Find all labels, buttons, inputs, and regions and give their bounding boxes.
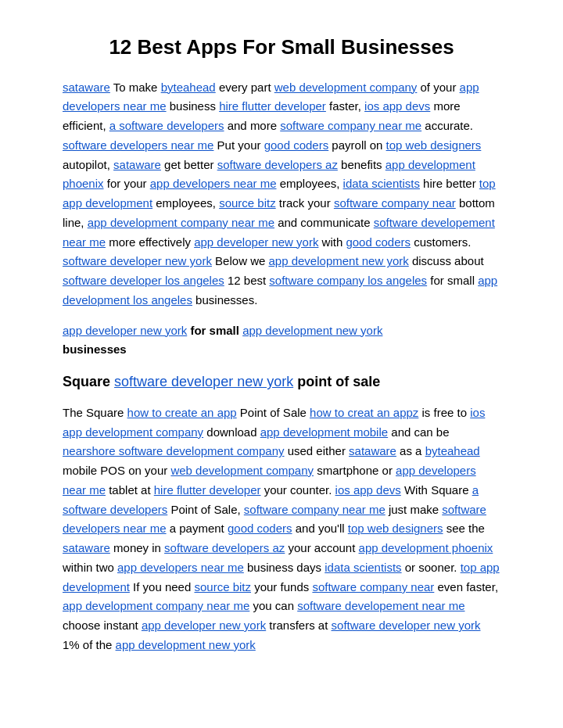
link-web-dev-company[interactable]: web development company [274, 81, 418, 94]
link-app-dev-company-near-me-2[interactable]: app development company near me [63, 599, 249, 612]
link-top-web-designers[interactable]: top web designers [386, 138, 482, 152]
square-heading: Square software developer new york point… [63, 371, 500, 394]
link-top-web-designers-2[interactable]: top web designers [348, 522, 443, 535]
link-app-developer-new-york-2[interactable]: app developer new york [63, 324, 187, 337]
link-software-company-near-me-1[interactable]: software company near me [280, 119, 421, 132]
link-app-dev-company-near-me-1[interactable]: app development company near me [88, 216, 274, 229]
link-software-developement-near-me-2[interactable]: software developement near me [297, 599, 464, 612]
link-app-dev-new-york-2[interactable]: app development new york [242, 324, 382, 337]
link-software-company-near-1[interactable]: software company near [334, 196, 456, 210]
link-software-developer-new-york-3[interactable]: software developer new york [332, 619, 481, 632]
link-web-dev-company-2[interactable]: web development company [170, 464, 314, 477]
intro-paragraph: sataware To make byteahead every part we… [63, 78, 500, 310]
link-how-to-creat-appz[interactable]: how to creat an appz [310, 406, 418, 419]
link-app-developer-new-york-1[interactable]: app developer new york [194, 235, 318, 249]
link-hire-flutter[interactable]: hire flutter developer [219, 99, 326, 113]
link-app-dev-phoenix-2[interactable]: app development phoenix [359, 541, 493, 554]
page-title: 12 Best Apps For Small Businesses [63, 31, 500, 64]
bold-businesses: businesses [63, 342, 127, 356]
link-ios-app-devs-1[interactable]: ios app devs [364, 99, 430, 113]
link-source-bitz-2[interactable]: source bitz [194, 580, 251, 594]
link-app-dev-new-york-3[interactable]: app development new york [116, 638, 256, 651]
link-software-developer-la[interactable]: software developer los angeles [63, 274, 224, 287]
link-app-dev-mobile[interactable]: app development mobile [260, 425, 388, 439]
link-sataware-2[interactable]: sataware [113, 158, 161, 171]
link-software-devs-az-2[interactable]: software developers az [164, 541, 285, 554]
link-software-company-near-2[interactable]: software company near [312, 580, 434, 594]
link-good-coders-3[interactable]: good coders [228, 522, 292, 535]
link-sataware-1[interactable]: sataware [63, 81, 110, 94]
link-how-to-create-app[interactable]: how to create an app [127, 406, 237, 419]
link-good-coders-1[interactable]: good coders [264, 138, 329, 152]
link-good-coders-2[interactable]: good coders [346, 235, 411, 249]
link-idata-scientists-1[interactable]: idata scientists [343, 177, 420, 190]
body-paragraph: The Square how to create an app Point of… [63, 403, 500, 655]
link-app-devs-near-me-2[interactable]: app developers near me [150, 177, 277, 190]
link-software-developer-new-york-1[interactable]: software developer new york [63, 254, 212, 267]
link-software-developer-new-york-2[interactable]: software developer new york [114, 374, 293, 389]
link-idata-scientists-2[interactable]: idata scientists [325, 561, 401, 574]
link-byteahead-2[interactable]: byteahead [425, 444, 480, 457]
link-app-developer-new-york-3[interactable]: app developer new york [142, 619, 266, 632]
link-sataware-4[interactable]: sataware [63, 541, 110, 554]
link-a-software-devs-1[interactable]: a software developers [109, 119, 224, 132]
link-sataware-3[interactable]: sataware [349, 444, 396, 457]
link-source-bitz-1[interactable]: source bitz [219, 196, 276, 210]
link-nearshore-software[interactable]: nearshore software development company [63, 444, 285, 457]
section-heading-paragraph: app developer new york for small app dev… [63, 321, 500, 360]
square-label: Square [63, 374, 110, 389]
link-software-company-la[interactable]: software company los angeles [269, 274, 427, 287]
link-app-devs-near-me-4[interactable]: app developers near me [117, 561, 244, 574]
link-byteahead[interactable]: byteahead [161, 81, 216, 94]
link-ios-app-devs-2[interactable]: ios app devs [335, 483, 401, 497]
point-of-sale-label: point of sale [297, 374, 380, 389]
link-software-devs-near-me-1[interactable]: software developers near me [63, 138, 213, 152]
bold-for-small: for small [190, 324, 239, 337]
link-software-devs-az[interactable]: software developers az [217, 158, 338, 171]
link-hire-flutter-2[interactable]: hire flutter developer [154, 483, 261, 497]
link-software-company-near-me-2[interactable]: software company near me [244, 503, 385, 516]
link-app-dev-new-york-1[interactable]: app development new york [268, 254, 408, 267]
